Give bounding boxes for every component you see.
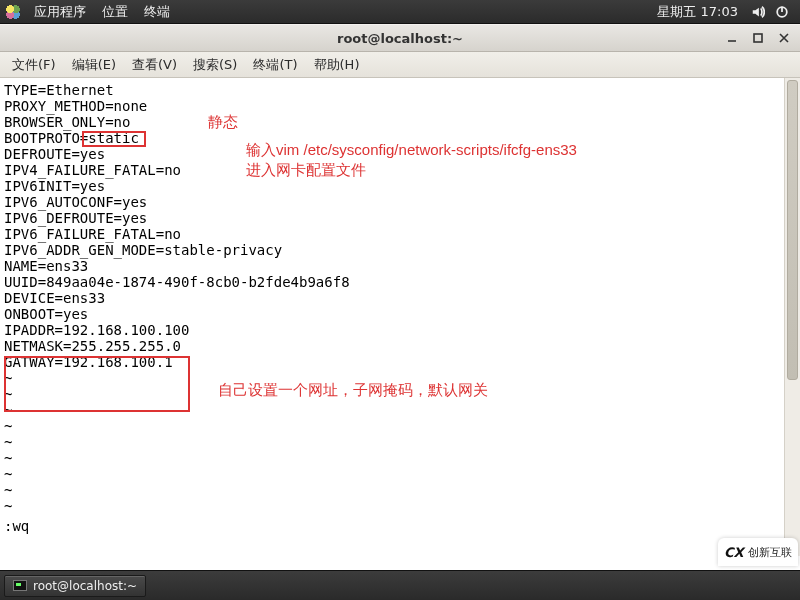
watermark-text: 创新互联	[748, 545, 792, 560]
top-panel: 应用程序 位置 终端 星期五 17:03	[0, 0, 800, 24]
terminal-line: IPV6_AUTOCONF=yes	[4, 194, 764, 210]
menu-places[interactable]: 位置	[102, 3, 128, 21]
terminal-line: IPADDR=192.168.100.100	[4, 322, 764, 338]
vim-empty-line: ~	[4, 498, 764, 514]
bottom-taskbar: root@localhost:~	[0, 570, 800, 600]
vim-empty-line: ~	[4, 466, 764, 482]
menu-help[interactable]: 帮助(H)	[306, 53, 368, 77]
vim-empty-line: ~	[4, 386, 764, 402]
menu-file[interactable]: 文件(F)	[4, 53, 64, 77]
terminal-line: DEFROUTE=yes	[4, 146, 764, 162]
vim-empty-line: ~	[4, 418, 764, 434]
taskbar-button-label: root@localhost:~	[33, 579, 137, 593]
taskbar-terminal-button[interactable]: root@localhost:~	[4, 575, 146, 597]
vim-empty-line: ~	[4, 434, 764, 450]
terminal-line: UUID=849aa04e-1874-490f-8cb0-b2fde4b9a6f…	[4, 274, 764, 290]
window-maximize-button[interactable]	[748, 29, 768, 47]
terminal-line: IPV6INIT=yes	[4, 178, 764, 194]
activities-logo-icon	[6, 5, 20, 19]
menu-terminal-menu[interactable]: 终端(T)	[245, 53, 305, 77]
terminal-line: IPV4_FAILURE_FATAL=no	[4, 162, 764, 178]
terminal-line: GATWAY=192.168.100.1	[4, 354, 764, 370]
vertical-scrollbar[interactable]	[784, 78, 800, 556]
window-minimize-button[interactable]	[722, 29, 742, 47]
terminal-line: ONBOOT=yes	[4, 306, 764, 322]
terminal-line: PROXY_METHOD=none	[4, 98, 764, 114]
terminal-line: NETMASK=255.255.255.0	[4, 338, 764, 354]
menu-search[interactable]: 搜索(S)	[185, 53, 245, 77]
terminal-line: BOOTPROTO=static	[4, 130, 764, 146]
menubar: 文件(F) 编辑(E) 查看(V) 搜索(S) 终端(T) 帮助(H)	[0, 52, 800, 78]
terminal-line: IPV6_DEFROUTE=yes	[4, 210, 764, 226]
vim-empty-line: ~	[4, 450, 764, 466]
terminal-line: BROWSER_ONLY=no	[4, 114, 764, 130]
terminal-line: IPV6_FAILURE_FATAL=no	[4, 226, 764, 242]
terminal-line: NAME=ens33	[4, 258, 764, 274]
menu-terminal[interactable]: 终端	[144, 3, 170, 21]
vim-empty-line: ~	[4, 402, 764, 418]
watermark-badge: CX 创新互联	[718, 538, 798, 566]
power-icon[interactable]	[774, 4, 790, 20]
panel-clock: 星期五 17:03	[657, 3, 738, 21]
scrollbar-thumb[interactable]	[787, 80, 798, 380]
menu-applications[interactable]: 应用程序	[34, 3, 86, 21]
terminal-area[interactable]: TYPE=EthernetPROXY_METHOD=noneBROWSER_ON…	[0, 78, 800, 556]
menu-edit[interactable]: 编辑(E)	[64, 53, 124, 77]
terminal-content: TYPE=EthernetPROXY_METHOD=noneBROWSER_ON…	[4, 82, 764, 534]
watermark-icon: CX	[724, 545, 744, 560]
vim-command-line[interactable]: :wq	[4, 518, 764, 534]
window-close-button[interactable]	[774, 29, 794, 47]
vim-empty-line: ~	[4, 370, 764, 386]
terminal-icon	[13, 580, 27, 591]
menu-view[interactable]: 查看(V)	[124, 53, 185, 77]
vim-empty-line: ~	[4, 482, 764, 498]
terminal-line: IPV6_ADDR_GEN_MODE=stable-privacy	[4, 242, 764, 258]
volume-icon[interactable]	[750, 4, 766, 20]
window-titlebar: root@localhost:~	[0, 24, 800, 52]
terminal-line: DEVICE=ens33	[4, 290, 764, 306]
terminal-line: TYPE=Ethernet	[4, 82, 764, 98]
svg-rect-1	[754, 34, 762, 42]
window-title: root@localhost:~	[0, 31, 800, 46]
